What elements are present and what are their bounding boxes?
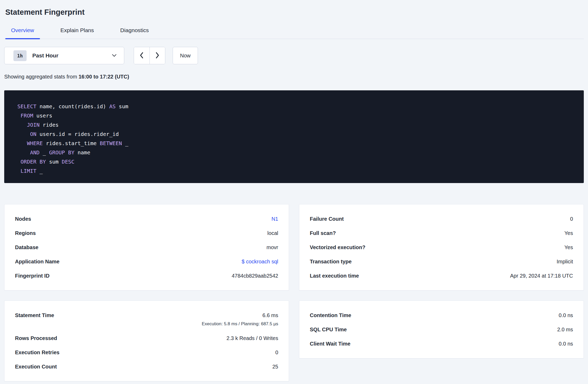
time-range-dropdown[interactable]: 1h Past Hour xyxy=(4,47,124,64)
row-value-wrap: movr xyxy=(267,244,278,251)
row-subvalue: Execution: 5.8 ms / Planning: 687.5 µs xyxy=(202,321,278,327)
time-range-badge: 1h xyxy=(13,50,27,61)
details-card-right: Failure Count0Full scan?YesVectorized ex… xyxy=(299,204,584,291)
tab-overview[interactable]: Overview xyxy=(5,27,40,39)
sql-keyword: LIMIT xyxy=(21,168,36,174)
row-label: Database xyxy=(15,244,38,251)
sql-line: SELECT name, count(rides.id) AS sum xyxy=(17,102,571,111)
card-row: Application Name$ cockroach sql xyxy=(15,258,278,265)
row-label: Application Name xyxy=(15,258,59,265)
row-value: 0.0 ns xyxy=(559,340,573,347)
card-row: Full scan?Yes xyxy=(310,230,573,237)
sql-line: JOIN rides xyxy=(17,120,571,130)
tab-bar: Overview Explain Plans Diagnostics xyxy=(4,27,584,39)
row-label: Rows Processed xyxy=(15,335,57,342)
row-value-wrap: Yes xyxy=(564,244,573,251)
sql-keyword: GROUP BY xyxy=(49,149,74,156)
row-label: Last execution time xyxy=(310,272,359,279)
card-row: Rows Processed2.3 k Reads / 0 Writes xyxy=(15,335,278,342)
sql-line: AND _ GROUP BY name xyxy=(17,148,571,157)
card-row: Contention Time0.0 ns xyxy=(310,312,573,319)
tab-diagnostics[interactable]: Diagnostics xyxy=(114,27,155,39)
row-label: Regions xyxy=(15,230,36,237)
sql-line: ORDER BY sum DESC xyxy=(17,157,571,166)
row-value: Apr 29, 2024 at 17:18 UTC xyxy=(510,272,573,279)
row-value-wrap: Implicit xyxy=(557,258,573,265)
stats-summary-prefix: Showing aggregated stats from xyxy=(4,74,78,80)
row-label: Client Wait Time xyxy=(310,340,350,347)
row-label: Execution Retries xyxy=(15,349,59,356)
row-label: SQL CPU Time xyxy=(310,326,347,333)
now-button[interactable]: Now xyxy=(173,47,198,64)
row-value-wrap: 6.6 msExecution: 5.8 ms / Planning: 687.… xyxy=(202,312,278,327)
sql-keyword: WHERE xyxy=(27,140,43,146)
statement-sql-box: SELECT name, count(rides.id) AS sum FROM… xyxy=(4,90,584,183)
cards-grid: NodesN1RegionslocalDatabasemovrApplicati… xyxy=(4,204,584,381)
tab-explain-plans[interactable]: Explain Plans xyxy=(55,27,100,39)
chevron-down-icon xyxy=(112,53,117,58)
sql-keyword: AND xyxy=(30,149,39,156)
row-value-link[interactable]: N1 xyxy=(271,215,278,222)
row-value: local xyxy=(267,230,278,237)
next-time-button[interactable] xyxy=(150,47,165,64)
row-label: Contention Time xyxy=(310,312,351,319)
sql-keyword: ORDER BY xyxy=(21,159,46,165)
sql-line: FROM users xyxy=(17,111,571,120)
row-label: Statement Time xyxy=(15,312,54,319)
row-value: movr xyxy=(267,244,278,251)
row-label: Failure Count xyxy=(310,215,344,222)
card-row: Execution Retries0 xyxy=(15,349,278,356)
row-value: 2.3 k Reads / 0 Writes xyxy=(227,335,278,342)
row-value-wrap: 2.3 k Reads / 0 Writes xyxy=(227,335,278,342)
details-card-left: NodesN1RegionslocalDatabasemovrApplicati… xyxy=(4,204,289,291)
row-value: Yes xyxy=(564,230,573,237)
prev-time-button[interactable] xyxy=(134,47,150,64)
row-value-wrap: 4784cb829aab2542 xyxy=(232,272,278,279)
card-row: Last execution timeApr 29, 2024 at 17:18… xyxy=(310,272,573,279)
row-value-wrap: Apr 29, 2024 at 17:18 UTC xyxy=(510,272,573,279)
row-value: Implicit xyxy=(557,258,573,265)
row-value: Yes xyxy=(564,244,573,251)
row-value-wrap: 0 xyxy=(570,215,573,222)
sql-keyword: FROM xyxy=(21,112,33,119)
row-value-link[interactable]: $ cockroach sql xyxy=(242,258,278,265)
row-value: 0 xyxy=(570,215,573,222)
sql-keyword: DESC xyxy=(62,159,74,165)
card-row: Databasemovr xyxy=(15,244,278,251)
row-value: 2.0 ms xyxy=(557,326,573,333)
page-title: Statement Fingerprint xyxy=(5,7,584,17)
card-row: NodesN1 xyxy=(15,215,278,222)
card-row: Statement Time6.6 msExecution: 5.8 ms / … xyxy=(15,312,278,327)
chevron-right-icon xyxy=(155,52,160,60)
stats-summary-range: 16:00 to 17:22 (UTC) xyxy=(78,74,129,80)
sql-line: ON users.id = rides.rider_id xyxy=(17,130,571,139)
row-value-wrap: 2.0 ms xyxy=(557,326,573,333)
row-value-wrap: N1 xyxy=(271,215,278,222)
row-label: Fingerprint ID xyxy=(15,272,49,279)
card-row: Transaction typeImplicit xyxy=(310,258,573,265)
sql-keyword: ON xyxy=(30,131,36,137)
row-value: 0 xyxy=(275,349,278,356)
row-label: Vectorized execution? xyxy=(310,244,365,251)
sql-line: LIMIT _ xyxy=(17,166,571,176)
row-value: 0.0 ns xyxy=(559,312,573,319)
card-row: Client Wait Time0.0 ns xyxy=(310,340,573,347)
card-row: Vectorized execution?Yes xyxy=(310,244,573,251)
row-value: 6.6 ms xyxy=(262,312,278,319)
time-controls: 1h Past Hour Now xyxy=(4,47,584,64)
row-value-wrap: 25 xyxy=(272,363,278,370)
chevron-left-icon xyxy=(139,52,144,60)
card-row: Regionslocal xyxy=(15,230,278,237)
row-value-wrap: 0.0 ns xyxy=(559,340,573,347)
sql-keyword: AS xyxy=(109,103,116,110)
row-value: 25 xyxy=(272,363,278,370)
row-value: 4784cb829aab2542 xyxy=(232,272,278,279)
time-nav-group xyxy=(134,47,165,64)
sql-keyword: SELECT xyxy=(17,103,36,110)
card-row: Execution Count25 xyxy=(15,363,278,370)
row-value-wrap: 0 xyxy=(275,349,278,356)
stats-card-right: Contention Time0.0 nsSQL CPU Time2.0 msC… xyxy=(299,301,584,358)
sql-keyword: JOIN xyxy=(27,122,39,128)
row-label: Transaction type xyxy=(310,258,352,265)
row-value-wrap: 0.0 ns xyxy=(559,312,573,319)
